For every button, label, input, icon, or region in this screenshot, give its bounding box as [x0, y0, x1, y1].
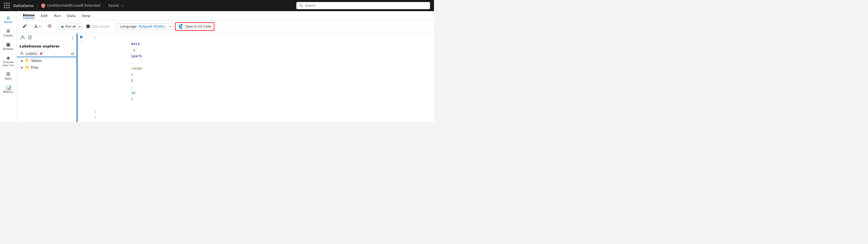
lakehouse-icon	[20, 51, 24, 56]
sidebar: ⌂ Home ⊕ Create ▣ Browse ◈ OneLake data …	[0, 11, 17, 122]
sidebar-item-apps-label: Apps	[5, 77, 12, 80]
cell-expand-button[interactable]: ˅	[81, 40, 83, 44]
apps-grid-icon[interactable]	[4, 2, 10, 9]
code-panel: ▶ ˅ 1 data = spark . range (	[76, 32, 434, 122]
content-area: 《 Lakehouse explorer LH001 📌 ⇄ ▶ 📁	[17, 32, 434, 122]
metrics-icon: 📊	[5, 85, 11, 90]
toolbar: ▾ ▶ Run all ▾	[17, 21, 434, 32]
import-icon	[34, 24, 38, 29]
stop-session-label: Stop session	[91, 25, 111, 28]
line-number-1: 1	[89, 35, 96, 41]
run-all-group: ▶ Run all ▾	[59, 23, 82, 30]
home-icon: ⌂	[7, 15, 10, 20]
sidebar-item-metrics-label: Metrics	[3, 90, 13, 94]
sidebar-item-browse-label: Browse	[3, 48, 13, 51]
explorer-icon-group	[20, 35, 33, 42]
files-chevron-icon: ▶	[21, 66, 23, 69]
vscode-icon	[178, 24, 183, 29]
tables-label: Tables	[31, 59, 42, 63]
svg-point-4	[49, 25, 51, 27]
code-line-3: 3 data . write . format ( "delta" ). mod…	[89, 114, 431, 122]
toolbar-separator-1	[57, 23, 57, 30]
sidebar-item-create-label: Create	[4, 34, 13, 37]
menu-item-home[interactable]: Home	[21, 12, 37, 20]
svg-text:🛡: 🛡	[42, 4, 44, 7]
sidebar-item-browse[interactable]: ▣ Browse	[1, 40, 16, 53]
collapse-panel-button[interactable]: 《	[70, 36, 73, 41]
language-chevron-icon: ▾	[169, 25, 171, 28]
cell-controls: ▶ ˅	[78, 32, 86, 122]
language-label: Language	[120, 25, 136, 28]
saved-label: Saved	[108, 4, 119, 7]
explorer-header: 《	[17, 32, 76, 43]
search-input[interactable]	[305, 4, 427, 7]
chevron-down-icon[interactable]: ∨	[122, 4, 123, 7]
menu-item-edit[interactable]: Edit	[38, 12, 50, 19]
code-editor[interactable]: 1 data = spark . range ( 5 , 10 )	[86, 32, 434, 122]
svg-line-2	[302, 6, 303, 7]
code-content-3: data . write . format ( "delta" ). mode …	[100, 114, 155, 122]
language-dropdown[interactable]: Language PySpark (Pytho... ▾	[118, 23, 174, 30]
sidebar-item-apps[interactable]: ⊞ Apps	[1, 70, 16, 82]
lakehouse-name: LH001	[26, 52, 37, 56]
files-tree-item[interactable]: ▶ 📁 Files	[17, 64, 76, 71]
shield-icon: 🛡	[41, 3, 46, 8]
cell-run-button[interactable]: ▶	[80, 35, 83, 39]
sidebar-item-metrics[interactable]: 📊 Metrics	[1, 83, 16, 96]
open-vscode-button[interactable]: Open in VS Code	[175, 22, 214, 31]
title-separator: |	[36, 4, 38, 8]
stop-icon: ⬛	[86, 25, 90, 28]
code-line-1: 1 data = spark . range ( 5 , 10 )	[89, 35, 431, 108]
import-button[interactable]: ▾	[31, 22, 43, 30]
create-icon: ⊕	[6, 28, 10, 33]
app-title-area: DeltaDemo | 🛡 Confidential\Microsoft Ext…	[13, 3, 123, 8]
sidebar-item-onelake-label: OneLake data hub	[2, 61, 14, 67]
open-vscode-label: Open in VS Code	[185, 25, 211, 28]
run-all-label: Run all	[65, 25, 75, 28]
menu-bar: Home Edit Run Data View	[17, 11, 434, 21]
code-content-1: data = spark . range ( 5 , 10 )	[100, 35, 142, 108]
browse-icon: ▣	[6, 42, 10, 47]
line-number-2: 2	[89, 108, 96, 114]
menu-item-data[interactable]: Data	[65, 12, 78, 19]
svg-point-1	[300, 4, 302, 7]
stop-session-button[interactable]: ⬛ Stop session	[84, 23, 113, 30]
search-box[interactable]	[296, 2, 430, 9]
edit-notebook-button[interactable]	[20, 22, 30, 30]
tables-chevron-icon: ▶	[21, 59, 23, 62]
apps-icon: ⊞	[6, 72, 10, 77]
refresh-icon[interactable]: ⇄	[71, 52, 74, 56]
menu-item-run[interactable]: Run	[52, 12, 63, 19]
onelake-icon: ◈	[6, 55, 10, 60]
notebook-title: DeltaDemo	[13, 4, 34, 8]
language-value: PySpark (Pytho...	[139, 25, 167, 28]
run-dropdown-chevron-icon: ▾	[79, 25, 81, 28]
tables-folder-icon: 📁	[25, 58, 30, 63]
right-area: Home Edit Run Data View	[17, 11, 434, 122]
tables-tree-item[interactable]: ▶ 📁 Tables	[17, 57, 76, 64]
settings-button[interactable]	[45, 22, 54, 30]
run-all-button[interactable]: ▶ Run all	[59, 23, 78, 30]
run-icon: ▶	[62, 25, 64, 28]
lake-icon[interactable]	[20, 35, 26, 42]
explorer-title: Lakehouse explorer	[17, 43, 76, 51]
files-folder-icon: 📁	[25, 65, 30, 70]
sidebar-item-home[interactable]: ⌂ Home	[1, 13, 16, 26]
settings-gear-icon	[48, 24, 52, 29]
main-layout: ⌂ Home ⊕ Create ▣ Browse ◈ OneLake data …	[0, 11, 434, 122]
menu-item-view[interactable]: View	[80, 12, 93, 19]
top-bar: DeltaDemo | 🛡 Confidential\Microsoft Ext…	[0, 0, 434, 11]
sidebar-item-create[interactable]: ⊕ Create	[1, 27, 16, 39]
pin-icon[interactable]: 📌	[39, 52, 43, 56]
svg-point-7	[21, 52, 23, 53]
lakehouse-item[interactable]: LH001 📌 ⇄	[17, 51, 76, 57]
line-number-3: 3	[89, 114, 96, 120]
explorer-panel: 《 Lakehouse explorer LH001 📌 ⇄ ▶ 📁	[17, 32, 76, 122]
search-icon	[299, 4, 303, 7]
files-label: Files	[31, 65, 38, 70]
document-icon[interactable]	[27, 35, 33, 42]
import-chevron-icon: ▾	[39, 25, 41, 28]
sidebar-item-home-label: Home	[4, 21, 12, 24]
run-all-dropdown-button[interactable]: ▾	[78, 23, 82, 30]
sidebar-item-onelake[interactable]: ◈ OneLake data hub	[1, 54, 16, 69]
